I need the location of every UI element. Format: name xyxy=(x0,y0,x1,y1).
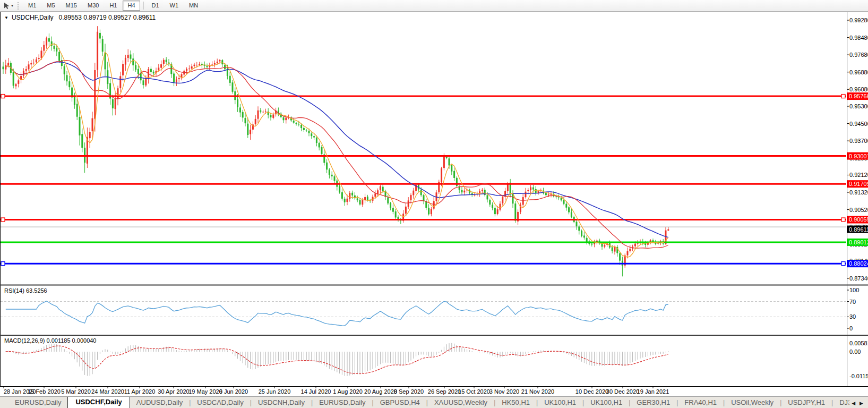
timeframe-button-m1[interactable]: M1 xyxy=(23,1,41,11)
price-badge-label: 0.89611 xyxy=(849,226,868,233)
price-badge-label: 0.95766 xyxy=(849,93,868,99)
timeframe-button-m30[interactable]: M30 xyxy=(83,1,104,11)
macd-axis-max: 0.005818 xyxy=(849,340,868,346)
chart-canvas[interactable]: 0.929000.897200.889200.881400.992800.984… xyxy=(0,0,868,396)
timeframe-button-h4[interactable]: H4 xyxy=(123,1,140,11)
date-axis-label: 8 Sep 2020 xyxy=(394,388,424,395)
timeframe-button-d1[interactable]: D1 xyxy=(147,1,164,11)
chevron-down-icon: ▾ xyxy=(11,3,13,8)
timeframe-button-h1[interactable]: H1 xyxy=(105,1,122,11)
date-axis-label: 3 Nov 2020 xyxy=(489,388,519,395)
rsi-line xyxy=(6,301,668,326)
chart-tab-usdjpy-h1[interactable]: USDJPY,H1 xyxy=(781,397,831,408)
chart-tab-hk50-h1[interactable]: HK50,H1 xyxy=(495,397,536,408)
chart-ohlc-values: 0.89553 0.89719 0.89527 0.89611 xyxy=(59,14,156,21)
tabs-scroll-left-icon[interactable]: ◀ xyxy=(852,401,855,406)
timeframe-button-m15[interactable]: M15 xyxy=(61,1,82,11)
rsi-name: RSI(14) xyxy=(4,287,24,294)
date-axis-label: 15 Feb 2020 xyxy=(28,388,61,395)
chart-tab-usoil-weekly[interactable]: USOil,Weekly xyxy=(725,397,780,408)
toolbar-grip[interactable] xyxy=(18,2,19,10)
date-axis-label: 14 Jul 2020 xyxy=(301,388,331,395)
tab-scroll-arrows: ◀ ▶ xyxy=(849,401,868,408)
terminal-window: ▾ M1M5M15M30H1H4D1W1MN 0.929000.897200.8… xyxy=(0,0,868,408)
macd-values: 0.001185 0.000040 xyxy=(46,337,96,344)
timeframe-button-mn[interactable]: MN xyxy=(184,1,203,11)
chart-tab-audusd-daily[interactable]: AUDUSD,Daily xyxy=(130,397,189,408)
date-axis-label: 1 Aug 2020 xyxy=(333,388,363,395)
macd-axis-min: -0.01151 xyxy=(849,373,868,379)
price-axis-label: 0.95300 xyxy=(849,103,868,109)
chart-tab-eurusd-daily[interactable]: EURUSD,Daily xyxy=(313,397,372,408)
chart-tab-fra40-h1[interactable]: FRA40,H1 xyxy=(678,397,723,408)
hline-handle xyxy=(1,218,5,222)
chart-tab-usdcad-daily[interactable]: USDCAD,Daily xyxy=(191,397,250,408)
price-axis-label: 0.91320 xyxy=(849,189,868,196)
timeframe-button-m5[interactable]: M5 xyxy=(42,1,59,11)
price-badge-label: 0.89012 xyxy=(849,239,868,245)
rsi-axis-label: 100 xyxy=(849,287,859,293)
price-badge-label: 0.90055 xyxy=(849,216,868,223)
date-axis-label: 20 Aug 2020 xyxy=(364,388,397,395)
date-axis-label: 19 May 2020 xyxy=(188,388,222,395)
chart-tab-xauusd-weekly[interactable]: XAUUSD,Weekly xyxy=(428,397,494,408)
cursor-tool-button[interactable]: ▾ xyxy=(0,2,14,10)
date-axis-label: 5 Mar 2020 xyxy=(61,388,91,395)
rsi-axis-label: 30 xyxy=(849,313,856,320)
price-axis-label: 0.92120 xyxy=(849,172,868,178)
price-axis-label: 0.93700 xyxy=(849,138,868,144)
price-axis-label: 0.90520 xyxy=(849,207,868,213)
chart-tab-gbpusd-h4[interactable]: GBPUSD,H4 xyxy=(374,397,426,408)
rsi-axis-label: 0 xyxy=(849,325,853,332)
macd-name: MACD(12,26,9) xyxy=(4,337,45,344)
hline-handle xyxy=(1,262,5,266)
chart-tab-uk100-h1[interactable]: UK100,H1 xyxy=(584,397,629,408)
price-axis-label: 0.98480 xyxy=(849,35,868,41)
collapse-arrow-icon: ▼ xyxy=(4,15,8,20)
chart-title: ▼USDCHF,Daily0.89553 0.89719 0.89527 0.8… xyxy=(4,14,156,21)
chart-tab-uk100-h1[interactable]: UK100,H1 xyxy=(538,397,582,408)
date-axis-label: 10 Dec 2020 xyxy=(575,388,608,395)
timeframe-toolbar: ▾ M1M5M15M30H1H4D1W1MN xyxy=(0,0,868,12)
date-axis-label: 15 Oct 2020 xyxy=(458,388,490,395)
chart-tab-usdcnh-daily[interactable]: USDCNH,Daily xyxy=(252,397,311,408)
date-axis-label: 6 Jun 2020 xyxy=(219,388,248,395)
price-badge-label: 0.93001 xyxy=(849,153,868,159)
chart-tab-dj30-daily[interactable]: DJ30,Daily xyxy=(833,397,849,408)
price-axis-label: 0.97680 xyxy=(849,52,868,58)
chart-symbol-period: USDCHF,Daily xyxy=(12,14,54,21)
date-axis-label: 26 Sep 2020 xyxy=(428,388,461,395)
date-axis-label: 25 Jun 2020 xyxy=(259,388,291,395)
price-badge-label: 0.91709 xyxy=(849,181,868,187)
macd-axis-zero: 0.00 xyxy=(849,348,861,355)
rsi-value: 63.5256 xyxy=(26,287,47,294)
rsi-axis-label: 70 xyxy=(849,299,856,305)
price-axis-label: 0.96080 xyxy=(849,86,868,92)
date-axis-label: 24 Mar 2020 xyxy=(91,388,124,395)
chart-tabs: EURUSD,DailyUSDCHF,DailyAUDUSD,Daily|USD… xyxy=(0,397,849,408)
date-axis-label: 19 Jan 2021 xyxy=(637,388,669,395)
hline-handle xyxy=(841,262,845,266)
price-axis-label: 0.96880 xyxy=(849,69,868,75)
chart-tab-usdchf-daily[interactable]: USDCHF,Daily xyxy=(67,397,130,408)
price-axis-label: 0.99280 xyxy=(849,17,868,23)
chart-tab-eurusd-daily[interactable]: EURUSD,Daily xyxy=(8,397,67,408)
price-badge-label: 0.88024 xyxy=(849,260,868,267)
timeframe-button-w1[interactable]: W1 xyxy=(165,1,184,11)
hline-handle xyxy=(841,95,845,98)
date-axis-label: 11 Apr 2020 xyxy=(124,388,156,395)
cursor-pointer-icon xyxy=(3,2,10,10)
price-axis-label: 0.94500 xyxy=(849,121,868,127)
toolbar-separator xyxy=(143,2,144,10)
tabs-scroll-right-icon[interactable]: ▶ xyxy=(860,401,863,406)
date-axis-label: 30 Dec 2020 xyxy=(606,388,639,395)
rsi-indicator-label: RSI(14) 63.5256 xyxy=(4,287,47,294)
date-axis-label: 30 Apr 2020 xyxy=(158,388,189,395)
macd-indicator-label: MACD(12,26,9) 0.001185 0.000040 xyxy=(4,337,96,344)
chart-tab-ger30-h1[interactable]: GER30,H1 xyxy=(630,397,676,408)
price-axis-label: 0.87340 xyxy=(849,275,868,282)
hline-handle xyxy=(841,218,845,222)
candles xyxy=(3,32,669,266)
hline-handle xyxy=(1,95,5,98)
date-axis-label: 21 Nov 2020 xyxy=(521,388,554,395)
